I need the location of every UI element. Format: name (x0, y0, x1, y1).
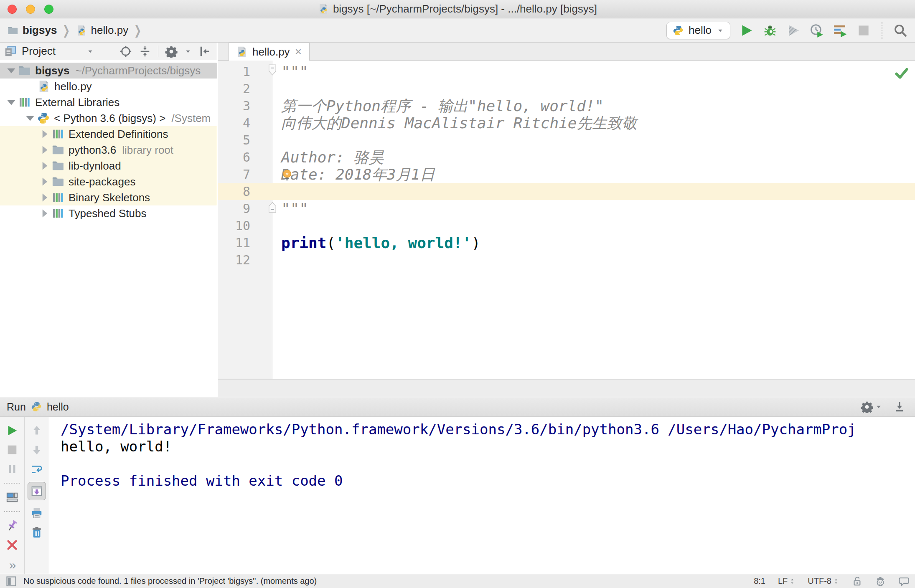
fullscreen-window-button[interactable] (44, 5, 53, 14)
code-line-12[interactable]: 12 (218, 251, 915, 269)
chevron-right-icon[interactable] (38, 190, 52, 205)
tree-item-site-packages[interactable]: site-packages (0, 174, 217, 190)
run-with-coverage-button[interactable] (786, 23, 801, 38)
folder-icon (18, 64, 31, 77)
tree-item-lib-dynload[interactable]: lib-dynload (0, 158, 217, 174)
project-panel-header[interactable]: Project (0, 43, 217, 60)
rerun-button[interactable] (6, 424, 18, 437)
tree-item-bigsys[interactable]: bigsys~/PycharmProjects/bigsys (0, 63, 217, 79)
tree-item-python-3-6-bigsys[interactable]: < Python 3.6 (bigsys) >/System (0, 110, 217, 126)
chevron-down-icon[interactable] (4, 63, 18, 78)
run-panel-title: Run (7, 401, 26, 413)
caret-position-widget[interactable]: 8:1 (754, 576, 765, 586)
fold-marker-icon[interactable] (268, 201, 277, 213)
line-number: 12 (218, 251, 250, 269)
code-line-6[interactable]: 6Author: 骆昊 (218, 149, 915, 166)
chevron-right-icon[interactable] (38, 143, 52, 157)
close-console-button[interactable] (6, 539, 18, 551)
chevron-down-icon[interactable] (23, 111, 37, 125)
tree-item-external-libraries[interactable]: External Libraries (0, 94, 217, 110)
hide-run-panel-button[interactable] (893, 400, 906, 413)
folder-icon (8, 25, 18, 36)
code-line-2[interactable]: 2 (218, 80, 915, 97)
tree-item-label: Extended Definitions (69, 128, 168, 141)
close-window-button[interactable] (8, 5, 17, 14)
tree-item-hint: library root (122, 144, 173, 157)
code-line-3[interactable]: 3第一个Python程序 - 输出"hello, world!" (218, 97, 915, 114)
scroll-to-end-button[interactable] (28, 482, 46, 500)
run-configuration-select[interactable]: hello (666, 22, 730, 39)
code-line-7[interactable]: 7Date: 2018年3月1日 (218, 166, 915, 183)
line-ending-widget[interactable]: LF (778, 576, 795, 586)
search-everywhere-button[interactable] (893, 23, 907, 38)
lock-icon[interactable] (851, 576, 862, 587)
editor-bottom-strip (218, 379, 915, 397)
code-line-9[interactable]: 9""" (218, 200, 915, 217)
tree-item-label: Typeshed Stubs (69, 207, 146, 220)
run-panel-header[interactable]: Run hello (0, 397, 915, 417)
title-bar: bigsys [~/PycharmProjects/bigsys] - .../… (0, 0, 915, 18)
scroll-to-source-button[interactable] (119, 45, 132, 58)
python-file-icon (38, 80, 50, 93)
settings-gear-button[interactable] (165, 45, 178, 58)
tree-item-extended-definitions[interactable]: Extended Definitions (0, 126, 217, 142)
collapse-all-button[interactable] (139, 45, 151, 58)
code-line-8[interactable]: 8 (218, 183, 915, 200)
tree-item-binary-skeletons[interactable]: Binary Skeletons (0, 190, 217, 205)
chevron-right-icon[interactable] (38, 159, 52, 173)
minimize-window-button[interactable] (26, 5, 35, 14)
scroll-to-end-icon (30, 485, 43, 497)
chevron-right-icon[interactable] (38, 127, 52, 141)
code-token: """ (281, 63, 308, 80)
profiler-button[interactable] (810, 23, 824, 38)
tree-item-hint: /System (171, 112, 211, 125)
code-line-11[interactable]: 11print('hello, world!') (218, 234, 915, 251)
clear-all-button[interactable] (30, 526, 43, 539)
pin-tab-button[interactable] (6, 520, 18, 532)
encoding-widget[interactable]: UTF-8 (808, 576, 839, 586)
code-line-5[interactable]: 5 (218, 132, 915, 149)
run-toolbar-column-2 (25, 417, 49, 574)
tree-item-python3-6[interactable]: python3.6library root (0, 142, 217, 158)
highlighting-level-icon[interactable] (875, 576, 886, 587)
status-message: No suspicious code found. 1 files proces… (23, 576, 317, 586)
line-number: 7 (218, 166, 250, 183)
run-button[interactable] (740, 23, 754, 38)
chevron-right-icon[interactable] (38, 206, 52, 220)
event-log-icon[interactable] (898, 576, 909, 587)
debug-button[interactable] (763, 23, 777, 38)
intention-bulb-icon[interactable] (280, 169, 294, 182)
fold-marker-icon[interactable] (268, 64, 277, 76)
updown-arrows-icon (833, 578, 839, 585)
tree-item-hello-py[interactable]: hello.py (0, 79, 217, 94)
hide-panel-button[interactable] (198, 45, 211, 58)
inspection-ok-icon[interactable] (894, 66, 909, 81)
soft-wrap-button[interactable] (30, 463, 43, 475)
breadcrumb-file[interactable]: hello.py (91, 24, 129, 37)
restore-layout-button[interactable] (6, 491, 18, 504)
library-icon (18, 96, 31, 109)
chevron-down-icon[interactable] (86, 48, 94, 55)
tool-window-switcher-icon[interactable] (6, 576, 17, 587)
more-actions-icon[interactable]: » (9, 558, 15, 572)
toolbar-separator (4, 483, 20, 484)
window-controls (8, 5, 53, 14)
chevron-right-icon[interactable] (38, 175, 52, 189)
chevron-down-icon (717, 27, 724, 34)
code-line-4[interactable]: 4向伟大的Dennis MacAlistair Ritchie先生致敬 (218, 114, 915, 132)
code-line-10[interactable]: 10 (218, 217, 915, 234)
console-output[interactable]: /System/Library/Frameworks/Python.framew… (50, 417, 915, 574)
code-line-1[interactable]: 1""" (218, 63, 915, 80)
console-line: hello, world! (61, 438, 915, 455)
editor-body[interactable]: 1"""23第一个Python程序 - 输出"hello, world!"4向伟… (218, 61, 915, 379)
breadcrumb-project[interactable]: bigsys (23, 24, 57, 37)
chevron-down-icon[interactable] (4, 95, 18, 109)
editor-tab-hello-py[interactable]: hello.py × (229, 43, 310, 61)
console-settings-gear-button[interactable] (861, 400, 873, 413)
tree-item-typeshed-stubs[interactable]: Typeshed Stubs (0, 205, 217, 221)
run-toolbar-column-1: » (0, 417, 25, 574)
line-number: 5 (218, 132, 250, 149)
concurrency-diagram-button[interactable] (833, 23, 847, 38)
close-tab-icon[interactable]: × (295, 46, 302, 58)
print-console-button[interactable] (30, 507, 43, 520)
